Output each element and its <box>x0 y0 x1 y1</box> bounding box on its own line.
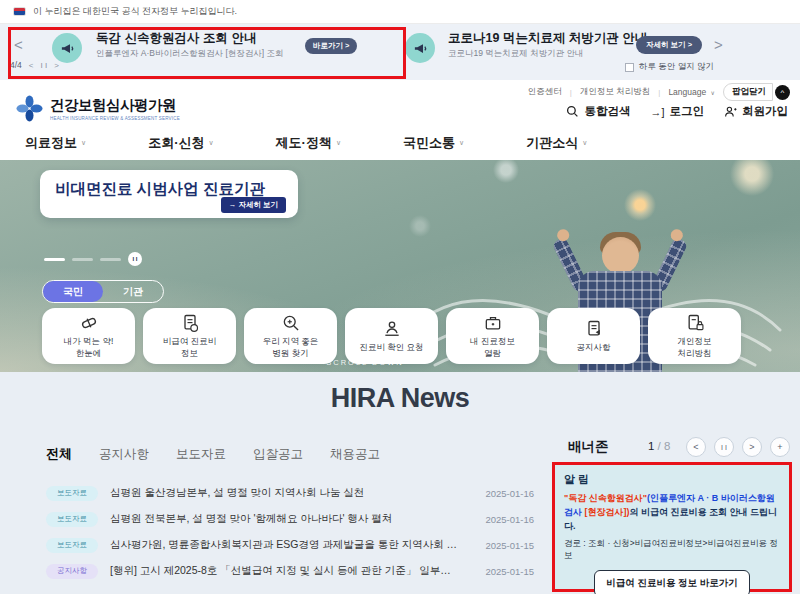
site-header: 인증센터 | 개인정보 처리방침 | Language ∨ 팝업닫기 ^ 건강보… <box>0 80 800 160</box>
nav-policy[interactable]: 제도·정책 ∨ <box>276 134 341 152</box>
tab-notices[interactable]: 공지사항 <box>99 446 149 463</box>
quickmenu-label: 내가 먹는 약! 한눈에 <box>64 336 114 358</box>
utility-nav: 인증센터 | 개인정보 처리방침 | Language ∨ 팝업닫기 ^ <box>528 83 790 101</box>
scroll-down-text: SCROLL DOWN <box>290 358 440 367</box>
banner-zone-page-indicator: 1 / 8 <box>648 440 670 452</box>
banner-zone-add-button[interactable]: + <box>770 437 790 457</box>
uninsured-cost-info-shortcut-button[interactable]: 비급여 진료비용 정보 바로가기 <box>594 570 749 594</box>
global-search-button[interactable]: 통합검색 <box>566 104 630 119</box>
hira-logo-icon <box>16 95 43 122</box>
quickmenu-label: 공지사항 <box>577 342 611 353</box>
tab-recruitment[interactable]: 채용공고 <box>330 446 380 463</box>
news-tabs: 전체 공지사항 보도자료 입찰공고 채용공고 <box>46 445 380 463</box>
quickmenu-my-treatment-records[interactable]: 내 진료정보 열람 <box>446 308 539 364</box>
pill-icon <box>79 313 99 333</box>
logo-title: 건강보험심사평가원 <box>50 96 180 115</box>
quickmenu-notices[interactable]: 공지사항 <box>547 308 640 364</box>
quickmenu-label: 비급여 진료비 정보 <box>163 336 216 358</box>
carousel-pause-icon[interactable]: I I <box>128 252 142 266</box>
hero-detail-button[interactable]: → 자세히 보기 <box>221 197 286 213</box>
tab-all[interactable]: 전체 <box>46 445 72 463</box>
banner-zone-alert-box: 알 림 "독감 신속항원검사"(인플루엔자 A · B 바이러스항원검사 [현장… <box>552 462 792 592</box>
nav-medical-info[interactable]: 의료정보 ∨ <box>25 134 86 152</box>
language-select[interactable]: Language ∨ <box>668 87 715 97</box>
carousel-bar-1[interactable] <box>44 258 65 261</box>
dont-open-today-row: 하루 동안 열지 않기 <box>625 61 714 73</box>
news-row[interactable]: 공지사항 [행위] 고시 제2025-8호 「선별급여 지정 및 실시 등에 관… <box>46 558 534 584</box>
toggle-institution[interactable]: 기관 <box>103 281 163 302</box>
official-gov-strip: 이 누리집은 대한민국 공식 전자정부 누리집입니다. <box>0 0 800 24</box>
search-icon <box>566 105 579 118</box>
quickmenu-my-medications[interactable]: 내가 먹는 약! 한눈에 <box>42 308 135 364</box>
search-label: 통합검색 <box>584 104 630 119</box>
popup-right-title[interactable]: 코로나19 먹는치료제 처방기관 안내 <box>448 30 647 47</box>
megaphone-icon <box>405 33 435 63</box>
audience-toggle: 국민 기관 <box>42 280 164 303</box>
hira-logo[interactable]: 건강보험심사평가원 HEALTH INSURANCE REVIEW & ASSE… <box>16 95 180 122</box>
toggle-citizen[interactable]: 국민 <box>43 281 103 302</box>
banner-zone-title: 배너존 <box>568 438 609 456</box>
news-item-date: 2025-01-15 <box>485 540 534 551</box>
banner-zone-next-button[interactable]: > <box>742 437 762 457</box>
quickmenu-uninsured-cost-info[interactable]: 비급여 진료비 정보 <box>143 308 236 364</box>
quickmenu-cost-verification[interactable]: 진료비 확인 요청 <box>345 308 438 364</box>
tab-bids[interactable]: 입찰공고 <box>253 446 303 463</box>
news-item-date: 2025-01-16 <box>485 488 534 499</box>
briefcase-icon <box>483 313 503 333</box>
chevron-down-icon: ∨ <box>459 139 464 147</box>
dont-open-today-label[interactable]: 하루 동안 열지 않기 <box>639 61 714 73</box>
chevron-down-icon: ∨ <box>208 139 213 147</box>
popup-right-detail-button[interactable]: 자세히 보기 > <box>636 36 702 54</box>
popup-close-button[interactable]: ^ <box>775 85 790 100</box>
hero-banner: 비대면진료 시범사업 진료기관 → 자세히 보기 I I 국민 기관 내가 먹는… <box>0 160 800 372</box>
join-button[interactable]: 회원가입 <box>724 104 788 119</box>
nav-label: 제도·정책 <box>276 134 332 152</box>
news-row[interactable]: 보도자료 심사평가원, 명륜종합사회복지관과 ESG경영 과제발굴을 통한 지역… <box>46 532 534 558</box>
tab-press[interactable]: 보도자료 <box>176 446 226 463</box>
quickmenu-label: 진료비 확인 요청 <box>359 342 423 353</box>
login-button[interactable]: →] 로그인 <box>650 104 704 119</box>
banner-zone-prev-button[interactable]: < <box>686 437 706 457</box>
official-gov-text: 이 누리집은 대한민국 공식 전자정부 누리집입니다. <box>33 5 237 18</box>
news-item-title[interactable]: 심사평가원, 명륜종합사회복지관과 ESG경영 과제발굴을 통한 지역사회 환원… <box>110 538 460 552</box>
carousel-indicators: I I <box>44 252 142 266</box>
news-item-title[interactable]: 심평원 울산경남본부, 설 명절 맞이 지역사회 나눔 실천 <box>110 486 364 500</box>
hira-homepage: 이 누리집은 대한민국 공식 전자정부 누리집입니다. < 독감 신속항원검사 … <box>0 0 800 594</box>
news-badge: 보도자료 <box>46 486 98 501</box>
news-item-date: 2025-01-15 <box>485 566 534 577</box>
carousel-bar-2[interactable] <box>72 258 93 261</box>
news-badge: 보도자료 <box>46 512 98 527</box>
news-row[interactable]: 보도자료 심평원 전북본부, 설 명절 맞아 '함께해요 아나바다' 행사 펼쳐… <box>46 506 534 532</box>
popup-next-arrow-icon[interactable]: > <box>714 36 723 53</box>
header-actions: 통합검색 →] 로그인 회원가입 <box>566 104 788 119</box>
quickmenu-find-good-hospital[interactable]: 우리 지역 좋은 병원 찾기 <box>244 308 337 364</box>
nav-organization-news[interactable]: 기관소식 ∨ <box>526 134 587 152</box>
search-plus-icon <box>281 313 301 333</box>
alert-text-red: [현장검사]) <box>585 507 630 517</box>
news-row[interactable]: 보도자료 심평원 울산경남본부, 설 명절 맞이 지역사회 나눔 실천 2025… <box>46 480 534 506</box>
privacy-policy-link[interactable]: 개인정보 처리방침 <box>580 86 650 98</box>
carousel-bar-3[interactable] <box>100 258 121 261</box>
banner-zone-pause-button[interactable]: I I <box>714 437 734 457</box>
popup-close-label[interactable]: 팝업닫기 <box>723 83 773 101</box>
hero-promo-card: 비대면진료 시범사업 진료기관 → 자세히 보기 <box>40 170 298 218</box>
alert-message: "독감 신속항원검사"(인플루엔자 A · B 바이러스항원검사 [현장검사])… <box>564 492 780 534</box>
nav-public-communication[interactable]: 국민소통 ∨ <box>403 134 464 152</box>
news-badge: 공지사항 <box>46 564 98 579</box>
korea-flag-icon <box>13 7 26 16</box>
login-label: 로그인 <box>670 104 705 119</box>
chevron-down-icon: ∨ <box>711 90 715 96</box>
news-item-date: 2025-01-16 <box>485 514 534 525</box>
nav-inquiry-apply[interactable]: 조회·신청 ∨ <box>148 134 213 152</box>
news-item-title[interactable]: 심평원 전북본부, 설 명절 맞아 '함께해요 아나바다' 행사 펼쳐 <box>110 512 392 526</box>
news-item-title[interactable]: [행위] 고시 제2025-8호 「선별급여 지정 및 실시 등에 관한 기준」… <box>110 564 460 578</box>
alert-heading: 알 림 <box>564 472 780 487</box>
cert-center-link[interactable]: 인증센터 <box>528 86 562 98</box>
dont-open-today-checkbox[interactable] <box>625 63 634 72</box>
nav-label: 기관소식 <box>526 134 578 152</box>
chevron-down-icon: ∨ <box>582 139 587 147</box>
quickmenu-label: 개인정보 처리방침 <box>678 336 712 358</box>
divider: | <box>658 88 660 97</box>
quickmenu-privacy-policy[interactable]: 개인정보 처리방침 <box>648 308 741 364</box>
banner-zone-total-pages: / 8 <box>654 440 670 452</box>
